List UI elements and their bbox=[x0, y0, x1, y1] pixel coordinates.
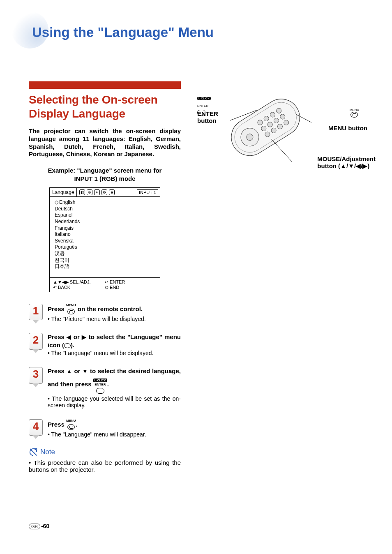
step-2-head: Press ◀ or ▶ to select the "Language" me… bbox=[48, 333, 181, 349]
list-item: Français bbox=[53, 225, 157, 232]
language-menu-footer: ▲▼◀▶ SEL./ADJ. ↵ ENTER ↶ BACK ⊜ END bbox=[50, 277, 160, 292]
language-menu-header-label: Language bbox=[50, 188, 77, 196]
step-3: 3 Press ▲ or ▼ to select the desired lan… bbox=[29, 367, 181, 409]
list-item: English bbox=[53, 199, 157, 206]
svg-line-18 bbox=[271, 139, 292, 162]
note-text: • This procedure can also be performed b… bbox=[29, 459, 181, 473]
list-item: Deutsch bbox=[53, 206, 157, 212]
example-caption-l1: Example: "Language" screen menu for bbox=[48, 167, 162, 174]
section-title: Selecting the On-screen Display Language bbox=[29, 93, 181, 120]
lclick-label: L-CLICK bbox=[93, 379, 107, 382]
text: . bbox=[107, 381, 109, 388]
text: Press bbox=[48, 420, 66, 427]
step-2-sub: • The "Language" menu will be displayed. bbox=[48, 350, 181, 356]
enter-button-icon: L-CLICKENTER bbox=[93, 375, 107, 395]
step-3-sub: • The language you selected will be set … bbox=[48, 395, 181, 409]
step-number: 3 bbox=[29, 367, 42, 380]
step-number: 4 bbox=[29, 420, 42, 432]
list-item: Português bbox=[53, 244, 157, 251]
step-badge: 4 bbox=[29, 419, 43, 436]
page-footer: GB-60 bbox=[29, 523, 49, 529]
step-4: 4 Press MENU. • The "Language" menu will… bbox=[29, 419, 181, 438]
up-arrow-icon: ▲ bbox=[67, 368, 72, 374]
list-item: 한국어 bbox=[53, 257, 157, 264]
step-badge: 1 bbox=[29, 304, 43, 321]
text: Press bbox=[48, 305, 66, 312]
step-number: 2 bbox=[29, 333, 42, 346]
text: . bbox=[76, 420, 78, 427]
text: or bbox=[71, 333, 82, 340]
language-menu-screenshot: Language ◧ ⊖ ✦ ⚙ ☻ INPUT 1 English Deuts… bbox=[49, 187, 160, 292]
dotted-rule bbox=[29, 441, 181, 442]
text: Press bbox=[48, 333, 67, 340]
menu-tab-icon: ☻ bbox=[109, 189, 115, 195]
left-arrow-icon: ◀ bbox=[67, 334, 71, 340]
step-4-head: Press MENU. bbox=[48, 419, 181, 431]
enter-label: ENTER bbox=[93, 383, 107, 386]
step-number: 1 bbox=[29, 304, 42, 317]
footer-sel: ▲▼◀▶ SEL./ADJ. bbox=[53, 279, 105, 285]
step-3-head: Press ▲ or ▼ to select the desired langu… bbox=[48, 367, 181, 395]
menu-small-label: MENU bbox=[349, 108, 359, 112]
remote-svg bbox=[210, 98, 341, 188]
step-badge: 3 bbox=[29, 367, 43, 384]
section-rule bbox=[29, 123, 181, 123]
menu-tab-icon: ⚙ bbox=[101, 189, 107, 195]
language-menu-header: Language ◧ ⊖ ✦ ⚙ ☻ INPUT 1 bbox=[50, 188, 160, 197]
footer-enter: ↵ ENTER bbox=[105, 279, 157, 285]
list-item: Italiano bbox=[53, 231, 157, 238]
step-1: 1 Press MENU on the remote control. • Th… bbox=[29, 304, 181, 323]
step-2: 2 Press ◀ or ▶ to select the "Language" … bbox=[29, 333, 181, 356]
note-icon bbox=[29, 448, 38, 457]
text: ). bbox=[71, 342, 74, 349]
step-1-head: Press MENU on the remote control. bbox=[48, 304, 181, 315]
menu-button-icon: MENU bbox=[66, 419, 76, 431]
speech-icon bbox=[64, 343, 71, 348]
intro-text: The projector can switch the on-screen d… bbox=[29, 127, 181, 158]
example-caption: Example: "Language" screen menu for INPU… bbox=[29, 166, 181, 182]
page-title: Using the "Language" Menu bbox=[32, 25, 363, 40]
list-item: 汉语 bbox=[53, 251, 157, 257]
menu-tab-icon: ⊖ bbox=[87, 189, 92, 195]
step-1-sub: • The "Picture" menu will be displayed. bbox=[48, 316, 181, 322]
list-item: Nederlands bbox=[53, 219, 157, 225]
down-arrow-icon: ▼ bbox=[82, 368, 88, 374]
text: or bbox=[72, 367, 82, 374]
note-header: Note bbox=[29, 448, 181, 457]
right-column: L-CLICK ENTER ENTER button MENU MENU but… bbox=[197, 40, 363, 116]
section-title-line1: Selecting the On-screen bbox=[29, 93, 158, 106]
menu-small-group: MENU bbox=[349, 108, 359, 118]
page-number: -60 bbox=[41, 523, 49, 529]
list-item: Svenska bbox=[53, 238, 157, 245]
right-arrow-icon: ▶ bbox=[82, 334, 87, 340]
note-label: Note bbox=[40, 448, 55, 456]
red-bar bbox=[29, 81, 181, 89]
footer-end: ⊜ END bbox=[105, 285, 157, 290]
text: Press bbox=[48, 367, 67, 374]
left-column: Selecting the On-screen Display Language… bbox=[29, 40, 181, 473]
lclick-badge: L-CLICK bbox=[197, 97, 211, 100]
section-title-line2: Display Language bbox=[29, 107, 125, 120]
steps-list: 1 Press MENU on the remote control. • Th… bbox=[29, 304, 181, 438]
example-caption-l2: INPUT 1 (RGB) mode bbox=[74, 175, 135, 182]
step-badge: 2 bbox=[29, 333, 43, 350]
list-item: 日本語 bbox=[53, 263, 157, 270]
menu-label: MENU bbox=[66, 419, 76, 422]
input-badge: INPUT 1 bbox=[137, 189, 158, 195]
list-item: Español bbox=[53, 212, 157, 219]
language-list: English Deutsch Español Nederlands Franç… bbox=[50, 197, 160, 277]
menu-button-icon: MENU bbox=[66, 304, 76, 315]
step-4-sub: • The "Language" menu will disappear. bbox=[48, 431, 181, 438]
menu-tab-icon: ◧ bbox=[79, 189, 85, 195]
footer-back: ↶ BACK bbox=[53, 285, 105, 290]
corner-decoration bbox=[12, 12, 48, 48]
remote-illustration bbox=[210, 98, 341, 188]
menu-tab-icon: ✦ bbox=[94, 189, 100, 195]
menu-button-icon bbox=[350, 112, 358, 118]
menu-label: MENU bbox=[66, 304, 76, 307]
text: on the remote control. bbox=[76, 305, 143, 312]
enter-small-label: ENTER bbox=[197, 104, 208, 108]
region-badge: GB bbox=[29, 524, 40, 529]
menu-tab-icons: ◧ ⊖ ✦ ⚙ ☻ bbox=[77, 189, 137, 195]
